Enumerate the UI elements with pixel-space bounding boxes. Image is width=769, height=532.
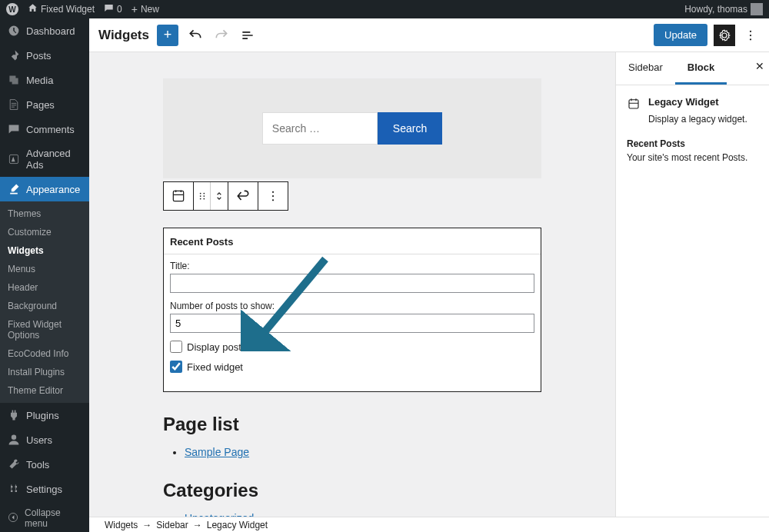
plus-icon: +	[131, 3, 138, 15]
dashboard-icon	[8, 25, 20, 37]
comments-icon	[8, 123, 20, 135]
editor-canvas: Search Recen	[89, 52, 615, 517]
site-title: Fixed Widget	[41, 4, 95, 15]
search-button[interactable]: Search	[378, 112, 442, 145]
pages-icon	[8, 98, 20, 111]
inspector-block-title: Legacy Widget	[648, 96, 719, 108]
settings-button[interactable]	[714, 25, 735, 46]
list-item: Sample Page	[185, 446, 541, 458]
block-type-button[interactable]	[164, 182, 193, 210]
breadcrumb-item[interactable]: Legacy Widget	[207, 520, 268, 530]
menu-pages[interactable]: Pages	[0, 92, 89, 117]
site-home-link[interactable]: Fixed Widget	[28, 3, 95, 15]
inspector-sub-desc: Your site's most recent Posts.	[627, 152, 758, 163]
menu-settings[interactable]: Settings	[0, 477, 89, 501]
sample-page-link[interactable]: Sample Page	[185, 446, 249, 458]
editor-header: Widgets + Update	[89, 18, 769, 52]
collapse-menu[interactable]: Collapse menu	[0, 501, 89, 532]
redo-button[interactable]	[212, 26, 231, 45]
inspector-block-desc: Display a legacy widget.	[648, 114, 758, 125]
fixed-widget-input[interactable]	[170, 361, 182, 373]
add-block-button[interactable]: +	[157, 25, 178, 46]
submenu-widgets[interactable]: Widgets	[0, 241, 89, 260]
display-date-checkbox[interactable]: Display post date?	[170, 341, 534, 353]
submenu-fixed-widget-options[interactable]: Fixed Widget Options	[0, 315, 89, 344]
svg-point-10	[203, 193, 205, 195]
update-button[interactable]: Update	[654, 24, 707, 46]
submenu-header[interactable]: Header	[0, 278, 89, 297]
submenu-background[interactable]: Background	[0, 297, 89, 315]
move-to-button[interactable]	[228, 182, 258, 210]
submenu-customize[interactable]: Customize	[0, 223, 89, 241]
tab-block[interactable]: Block	[675, 52, 727, 85]
title-input[interactable]	[170, 274, 534, 293]
search-widget-area: Search	[163, 78, 541, 178]
svg-point-14	[272, 195, 274, 197]
brush-icon	[8, 183, 20, 195]
home-icon	[28, 3, 38, 15]
svg-point-5	[750, 38, 751, 40]
submenu-theme-editor[interactable]: Theme Editor	[0, 381, 89, 400]
close-inspector-button[interactable]: ✕	[755, 60, 764, 72]
menu-users[interactable]: Users	[0, 427, 89, 452]
categories-heading: Categories	[163, 480, 541, 501]
menu-media[interactable]: Media	[0, 68, 89, 92]
svg-point-11	[203, 195, 205, 197]
svg-point-7	[199, 193, 201, 195]
block-more-button[interactable]	[258, 182, 288, 210]
howdy-text: Howdy, thomas	[684, 4, 747, 15]
user-menu[interactable]: Howdy, thomas	[684, 3, 763, 15]
undo-button[interactable]	[186, 26, 205, 45]
menu-appearance[interactable]: Appearance	[0, 177, 89, 201]
wp-logo[interactable]: W	[6, 3, 18, 15]
inspector-sidebar: Sidebar Block ✕ Legacy Widget Display a …	[615, 52, 769, 517]
menu-tools[interactable]: Tools	[0, 452, 89, 477]
search-input[interactable]	[262, 112, 378, 145]
collapse-icon	[8, 512, 18, 525]
appearance-submenu: Themes Customize Widgets Menus Header Ba…	[0, 201, 89, 403]
tab-sidebar[interactable]: Sidebar	[616, 52, 675, 85]
list-view-button[interactable]	[238, 26, 257, 45]
page-title: Widgets	[98, 28, 149, 43]
calendar-icon	[627, 97, 641, 111]
ads-icon	[8, 153, 20, 165]
menu-posts[interactable]: Posts	[0, 43, 89, 68]
avatar	[751, 3, 763, 15]
svg-rect-6	[173, 191, 183, 201]
svg-point-3	[750, 30, 751, 32]
submenu-ecocoded-info[interactable]: EcoCoded Info	[0, 344, 89, 363]
admin-bar: W Fixed Widget 0 + New Howdy, thomas	[0, 0, 769, 18]
fixed-widget-checkbox[interactable]: Fixed widget	[170, 361, 534, 373]
display-date-input[interactable]	[170, 341, 182, 353]
submenu-install-plugins[interactable]: Install Plugins	[0, 363, 89, 381]
menu-dashboard[interactable]: Dashboard	[0, 18, 89, 43]
drag-handle[interactable]	[194, 182, 211, 210]
breadcrumb-item[interactable]: Sidebar	[156, 520, 188, 530]
svg-point-8	[199, 195, 201, 197]
svg-point-15	[272, 199, 274, 201]
count-input[interactable]	[170, 314, 534, 333]
menu-plugins[interactable]: Plugins	[0, 403, 89, 427]
submenu-themes[interactable]: Themes	[0, 204, 89, 223]
svg-point-9	[199, 198, 201, 200]
comment-icon	[104, 3, 114, 15]
breadcrumb: Widgets → Sidebar → Legacy Widget	[89, 517, 769, 532]
plugin-icon	[8, 409, 20, 421]
svg-point-1	[12, 435, 16, 440]
pin-icon	[8, 49, 20, 62]
move-up-down-button[interactable]	[211, 182, 228, 210]
svg-point-13	[272, 191, 274, 193]
legacy-widget-header: Recent Posts	[164, 228, 541, 254]
new-content[interactable]: + New	[131, 3, 159, 15]
menu-comments[interactable]: Comments	[0, 117, 89, 141]
editor: Widgets + Update Search	[89, 18, 769, 517]
submenu-menus[interactable]: Menus	[0, 260, 89, 278]
svg-rect-17	[629, 100, 638, 108]
comments-count[interactable]: 0	[104, 3, 122, 15]
breadcrumb-item[interactable]: Widgets	[105, 520, 138, 530]
menu-advanced-ads[interactable]: Advanced Ads	[0, 141, 89, 177]
settings-icon	[8, 483, 20, 495]
media-icon	[8, 74, 20, 86]
more-options-button[interactable]	[741, 26, 760, 45]
svg-point-4	[750, 34, 751, 35]
